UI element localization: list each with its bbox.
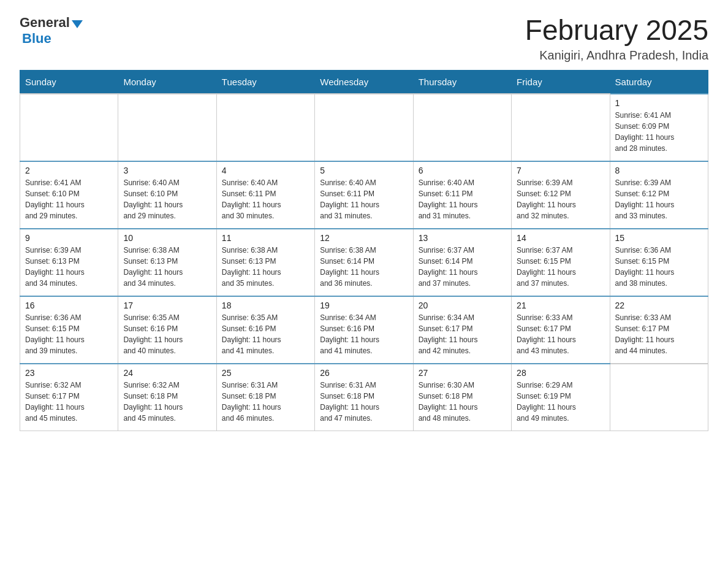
week-row-2: 2Sunrise: 6:41 AM Sunset: 6:10 PM Daylig… <box>20 161 708 229</box>
day-number-20: 20 <box>419 301 506 310</box>
day-info-2: Sunrise: 6:41 AM Sunset: 6:10 PM Dayligh… <box>25 177 113 221</box>
day-cell-21: 21Sunrise: 6:33 AM Sunset: 6:17 PM Dayli… <box>512 296 610 364</box>
col-header-monday: Monday <box>118 70 216 94</box>
empty-cell <box>20 94 118 161</box>
day-info-26: Sunrise: 6:31 AM Sunset: 6:18 PM Dayligh… <box>320 380 408 424</box>
day-number-24: 24 <box>123 368 211 378</box>
day-number-19: 19 <box>320 301 408 310</box>
col-header-friday: Friday <box>512 70 610 94</box>
day-number-28: 28 <box>517 368 604 378</box>
title-section: February 2025 Kanigiri, Andhra Pradesh, … <box>525 15 708 63</box>
day-info-3: Sunrise: 6:40 AM Sunset: 6:10 PM Dayligh… <box>123 177 211 221</box>
day-info-25: Sunrise: 6:31 AM Sunset: 6:18 PM Dayligh… <box>222 380 309 424</box>
day-number-9: 9 <box>25 233 113 243</box>
day-cell-22: 22Sunrise: 6:33 AM Sunset: 6:17 PM Dayli… <box>610 296 708 364</box>
day-cell-16: 16Sunrise: 6:36 AM Sunset: 6:15 PM Dayli… <box>20 296 118 364</box>
day-number-21: 21 <box>517 301 604 310</box>
logo-triangle-icon <box>72 20 83 28</box>
day-number-8: 8 <box>615 166 703 175</box>
day-number-10: 10 <box>123 233 211 243</box>
week-row-5: 23Sunrise: 6:32 AM Sunset: 6:17 PM Dayli… <box>20 364 708 431</box>
day-info-14: Sunrise: 6:37 AM Sunset: 6:15 PM Dayligh… <box>517 245 604 289</box>
day-number-3: 3 <box>123 166 211 175</box>
day-cell-7: 7Sunrise: 6:39 AM Sunset: 6:12 PM Daylig… <box>512 161 610 229</box>
day-info-23: Sunrise: 6:32 AM Sunset: 6:17 PM Dayligh… <box>25 380 113 424</box>
day-number-27: 27 <box>419 368 506 378</box>
day-cell-11: 11Sunrise: 6:38 AM Sunset: 6:13 PM Dayli… <box>216 229 314 296</box>
day-info-12: Sunrise: 6:38 AM Sunset: 6:14 PM Dayligh… <box>320 245 408 289</box>
day-cell-3: 3Sunrise: 6:40 AM Sunset: 6:10 PM Daylig… <box>118 161 216 229</box>
logo-blue-text: Blue <box>22 31 51 46</box>
calendar-table: SundayMondayTuesdayWednesdayThursdayFrid… <box>20 70 708 432</box>
location-text: Kanigiri, Andhra Pradesh, India <box>525 48 708 63</box>
logo-general-text: General <box>20 15 70 31</box>
week-row-4: 16Sunrise: 6:36 AM Sunset: 6:15 PM Dayli… <box>20 296 708 364</box>
day-number-6: 6 <box>419 166 506 175</box>
day-cell-12: 12Sunrise: 6:38 AM Sunset: 6:14 PM Dayli… <box>315 229 413 296</box>
day-cell-14: 14Sunrise: 6:37 AM Sunset: 6:15 PM Dayli… <box>512 229 610 296</box>
day-number-26: 26 <box>320 368 408 378</box>
empty-cell <box>610 364 708 431</box>
day-cell-19: 19Sunrise: 6:34 AM Sunset: 6:16 PM Dayli… <box>315 296 413 364</box>
day-cell-1: 1Sunrise: 6:41 AM Sunset: 6:09 PM Daylig… <box>610 94 708 161</box>
week-row-3: 9Sunrise: 6:39 AM Sunset: 6:13 PM Daylig… <box>20 229 708 296</box>
day-info-22: Sunrise: 6:33 AM Sunset: 6:17 PM Dayligh… <box>615 312 703 356</box>
calendar-header-row: SundayMondayTuesdayWednesdayThursdayFrid… <box>20 70 708 94</box>
day-info-1: Sunrise: 6:41 AM Sunset: 6:09 PM Dayligh… <box>615 110 703 154</box>
day-info-28: Sunrise: 6:29 AM Sunset: 6:19 PM Dayligh… <box>517 380 604 424</box>
day-cell-10: 10Sunrise: 6:38 AM Sunset: 6:13 PM Dayli… <box>118 229 216 296</box>
empty-cell <box>315 94 413 161</box>
empty-cell <box>413 94 511 161</box>
day-info-20: Sunrise: 6:34 AM Sunset: 6:17 PM Dayligh… <box>419 312 506 356</box>
day-number-4: 4 <box>222 166 309 175</box>
day-cell-27: 27Sunrise: 6:30 AM Sunset: 6:18 PM Dayli… <box>413 364 511 431</box>
day-number-16: 16 <box>25 301 113 310</box>
day-number-17: 17 <box>123 301 211 310</box>
day-number-2: 2 <box>25 166 113 175</box>
day-cell-23: 23Sunrise: 6:32 AM Sunset: 6:17 PM Dayli… <box>20 364 118 431</box>
col-header-tuesday: Tuesday <box>216 70 314 94</box>
day-number-22: 22 <box>615 301 703 310</box>
day-cell-8: 8Sunrise: 6:39 AM Sunset: 6:12 PM Daylig… <box>610 161 708 229</box>
day-cell-25: 25Sunrise: 6:31 AM Sunset: 6:18 PM Dayli… <box>216 364 314 431</box>
day-number-14: 14 <box>517 233 604 243</box>
day-info-5: Sunrise: 6:40 AM Sunset: 6:11 PM Dayligh… <box>320 177 408 221</box>
col-header-wednesday: Wednesday <box>315 70 413 94</box>
day-cell-4: 4Sunrise: 6:40 AM Sunset: 6:11 PM Daylig… <box>216 161 314 229</box>
day-cell-13: 13Sunrise: 6:37 AM Sunset: 6:14 PM Dayli… <box>413 229 511 296</box>
day-info-9: Sunrise: 6:39 AM Sunset: 6:13 PM Dayligh… <box>25 245 113 289</box>
day-info-8: Sunrise: 6:39 AM Sunset: 6:12 PM Dayligh… <box>615 177 703 221</box>
day-info-24: Sunrise: 6:32 AM Sunset: 6:18 PM Dayligh… <box>123 380 211 424</box>
day-number-25: 25 <box>222 368 309 378</box>
col-header-saturday: Saturday <box>610 70 708 94</box>
day-info-27: Sunrise: 6:30 AM Sunset: 6:18 PM Dayligh… <box>419 380 506 424</box>
day-cell-15: 15Sunrise: 6:36 AM Sunset: 6:15 PM Dayli… <box>610 229 708 296</box>
day-number-13: 13 <box>419 233 506 243</box>
day-number-7: 7 <box>517 166 604 175</box>
month-title: February 2025 <box>525 15 708 46</box>
day-cell-2: 2Sunrise: 6:41 AM Sunset: 6:10 PM Daylig… <box>20 161 118 229</box>
empty-cell <box>512 94 610 161</box>
day-info-17: Sunrise: 6:35 AM Sunset: 6:16 PM Dayligh… <box>123 312 211 356</box>
day-info-21: Sunrise: 6:33 AM Sunset: 6:17 PM Dayligh… <box>517 312 604 356</box>
day-info-13: Sunrise: 6:37 AM Sunset: 6:14 PM Dayligh… <box>419 245 506 289</box>
day-info-19: Sunrise: 6:34 AM Sunset: 6:16 PM Dayligh… <box>320 312 408 356</box>
day-cell-17: 17Sunrise: 6:35 AM Sunset: 6:16 PM Dayli… <box>118 296 216 364</box>
logo: General Blue <box>20 15 83 47</box>
day-number-18: 18 <box>222 301 309 310</box>
day-cell-28: 28Sunrise: 6:29 AM Sunset: 6:19 PM Dayli… <box>512 364 610 431</box>
day-cell-9: 9Sunrise: 6:39 AM Sunset: 6:13 PM Daylig… <box>20 229 118 296</box>
empty-cell <box>216 94 314 161</box>
day-number-5: 5 <box>320 166 408 175</box>
day-info-11: Sunrise: 6:38 AM Sunset: 6:13 PM Dayligh… <box>222 245 309 289</box>
day-cell-6: 6Sunrise: 6:40 AM Sunset: 6:11 PM Daylig… <box>413 161 511 229</box>
week-row-1: 1Sunrise: 6:41 AM Sunset: 6:09 PM Daylig… <box>20 94 708 161</box>
day-info-4: Sunrise: 6:40 AM Sunset: 6:11 PM Dayligh… <box>222 177 309 221</box>
day-number-15: 15 <box>615 233 703 243</box>
day-cell-5: 5Sunrise: 6:40 AM Sunset: 6:11 PM Daylig… <box>315 161 413 229</box>
day-info-18: Sunrise: 6:35 AM Sunset: 6:16 PM Dayligh… <box>222 312 309 356</box>
day-cell-18: 18Sunrise: 6:35 AM Sunset: 6:16 PM Dayli… <box>216 296 314 364</box>
day-number-23: 23 <box>25 368 113 378</box>
day-cell-24: 24Sunrise: 6:32 AM Sunset: 6:18 PM Dayli… <box>118 364 216 431</box>
day-info-15: Sunrise: 6:36 AM Sunset: 6:15 PM Dayligh… <box>615 245 703 289</box>
